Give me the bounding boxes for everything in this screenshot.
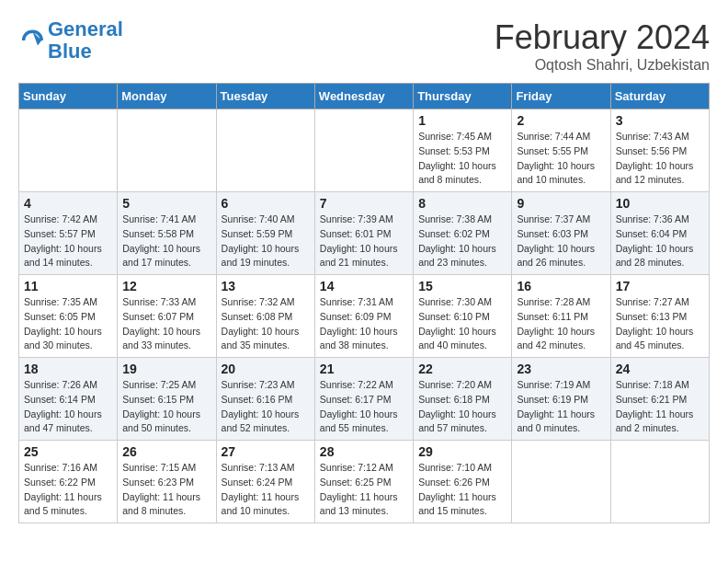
calendar-cell: 26Sunrise: 7:15 AMSunset: 6:23 PMDayligh… bbox=[118, 441, 216, 523]
day-info: Sunrise: 7:45 AMSunset: 5:53 PMDaylight:… bbox=[418, 130, 506, 188]
calendar-cell: 16Sunrise: 7:28 AMSunset: 6:11 PMDayligh… bbox=[512, 275, 610, 358]
day-info: Sunrise: 7:28 AMSunset: 6:11 PMDaylight:… bbox=[517, 295, 605, 353]
calendar-cell: 10Sunrise: 7:36 AMSunset: 6:04 PMDayligh… bbox=[610, 192, 709, 275]
calendar-cell bbox=[19, 109, 118, 192]
day-number: 19 bbox=[122, 362, 210, 376]
day-number: 7 bbox=[320, 196, 408, 211]
day-info: Sunrise: 7:25 AMSunset: 6:15 PMDaylight:… bbox=[122, 378, 210, 436]
calendar-week-row: 25Sunrise: 7:16 AMSunset: 6:22 PMDayligh… bbox=[19, 441, 710, 523]
page-subtitle: Oqtosh Shahri, Uzbekistan bbox=[495, 57, 710, 74]
calendar-week-row: 11Sunrise: 7:35 AMSunset: 6:05 PMDayligh… bbox=[19, 275, 710, 358]
calendar-header-row: SundayMondayTuesdayWednesdayThursdayFrid… bbox=[19, 84, 710, 109]
day-number: 11 bbox=[24, 279, 112, 293]
calendar-week-row: 1Sunrise: 7:45 AMSunset: 5:53 PMDaylight… bbox=[19, 109, 710, 192]
day-number: 10 bbox=[616, 196, 704, 211]
calendar-cell: 20Sunrise: 7:23 AMSunset: 6:16 PMDayligh… bbox=[216, 358, 314, 441]
calendar-cell: 5Sunrise: 7:41 AMSunset: 5:58 PMDaylight… bbox=[118, 192, 216, 275]
calendar-cell: 13Sunrise: 7:32 AMSunset: 6:08 PMDayligh… bbox=[216, 275, 314, 358]
calendar-cell: 17Sunrise: 7:27 AMSunset: 6:13 PMDayligh… bbox=[610, 275, 709, 358]
calendar-week-row: 18Sunrise: 7:26 AMSunset: 6:14 PMDayligh… bbox=[19, 358, 710, 441]
calendar-cell: 7Sunrise: 7:39 AMSunset: 6:01 PMDaylight… bbox=[314, 192, 413, 275]
day-info: Sunrise: 7:31 AMSunset: 6:09 PMDaylight:… bbox=[320, 295, 408, 353]
calendar-cell: 9Sunrise: 7:37 AMSunset: 6:03 PMDaylight… bbox=[512, 192, 610, 275]
day-number: 17 bbox=[616, 279, 704, 293]
day-info: Sunrise: 7:23 AMSunset: 6:16 PMDaylight:… bbox=[222, 378, 310, 436]
logo: GeneralBlue bbox=[18, 18, 123, 63]
calendar-body: 1Sunrise: 7:45 AMSunset: 5:53 PMDaylight… bbox=[19, 109, 710, 523]
day-number: 16 bbox=[517, 279, 605, 293]
day-info: Sunrise: 7:16 AMSunset: 6:22 PMDaylight:… bbox=[24, 461, 112, 519]
calendar-cell: 25Sunrise: 7:16 AMSunset: 6:22 PMDayligh… bbox=[19, 441, 118, 523]
calendar-cell: 22Sunrise: 7:20 AMSunset: 6:18 PMDayligh… bbox=[414, 358, 512, 441]
calendar-cell bbox=[512, 441, 610, 523]
calendar-cell: 28Sunrise: 7:12 AMSunset: 6:25 PMDayligh… bbox=[314, 441, 413, 523]
calendar-cell: 2Sunrise: 7:44 AMSunset: 5:55 PMDaylight… bbox=[512, 109, 610, 192]
day-info: Sunrise: 7:36 AMSunset: 6:04 PMDaylight:… bbox=[616, 213, 704, 270]
calendar-cell: 23Sunrise: 7:19 AMSunset: 6:19 PMDayligh… bbox=[512, 358, 610, 441]
day-info: Sunrise: 7:44 AMSunset: 5:55 PMDaylight:… bbox=[517, 130, 605, 188]
day-info: Sunrise: 7:22 AMSunset: 6:17 PMDaylight:… bbox=[320, 378, 408, 436]
calendar-cell: 8Sunrise: 7:38 AMSunset: 6:02 PMDaylight… bbox=[414, 192, 512, 275]
calendar-day-header: Tuesday bbox=[216, 84, 314, 109]
logo-text: GeneralBlue bbox=[48, 18, 123, 63]
day-number: 8 bbox=[418, 196, 506, 211]
calendar-week-row: 4Sunrise: 7:42 AMSunset: 5:57 PMDaylight… bbox=[19, 192, 710, 275]
day-number: 12 bbox=[122, 279, 210, 293]
day-number: 13 bbox=[222, 279, 310, 293]
calendar-cell: 15Sunrise: 7:30 AMSunset: 6:10 PMDayligh… bbox=[414, 275, 512, 358]
day-number: 1 bbox=[418, 113, 506, 128]
calendar-cell: 3Sunrise: 7:43 AMSunset: 5:56 PMDaylight… bbox=[610, 109, 709, 192]
day-info: Sunrise: 7:40 AMSunset: 5:59 PMDaylight:… bbox=[222, 213, 310, 270]
day-number: 9 bbox=[517, 196, 605, 211]
calendar-cell: 1Sunrise: 7:45 AMSunset: 5:53 PMDaylight… bbox=[414, 109, 512, 192]
calendar-day-header: Sunday bbox=[19, 84, 118, 109]
day-number: 4 bbox=[24, 196, 112, 211]
page-header: GeneralBlue February 2024 Oqtosh Shahri,… bbox=[18, 18, 710, 74]
logo-icon bbox=[18, 28, 44, 53]
day-number: 27 bbox=[222, 444, 310, 459]
calendar-cell: 6Sunrise: 7:40 AMSunset: 5:59 PMDaylight… bbox=[216, 192, 314, 275]
day-info: Sunrise: 7:32 AMSunset: 6:08 PMDaylight:… bbox=[222, 295, 310, 353]
calendar-cell: 27Sunrise: 7:13 AMSunset: 6:24 PMDayligh… bbox=[216, 441, 314, 523]
calendar-cell: 4Sunrise: 7:42 AMSunset: 5:57 PMDaylight… bbox=[19, 192, 118, 275]
calendar-cell bbox=[314, 109, 413, 192]
day-info: Sunrise: 7:10 AMSunset: 6:26 PMDaylight:… bbox=[418, 461, 506, 519]
day-info: Sunrise: 7:41 AMSunset: 5:58 PMDaylight:… bbox=[122, 213, 210, 270]
calendar-table: SundayMondayTuesdayWednesdayThursdayFrid… bbox=[18, 83, 710, 523]
day-number: 28 bbox=[320, 444, 408, 459]
title-block: February 2024 Oqtosh Shahri, Uzbekistan bbox=[495, 18, 710, 74]
day-number: 29 bbox=[418, 444, 506, 459]
day-info: Sunrise: 7:12 AMSunset: 6:25 PMDaylight:… bbox=[320, 461, 408, 519]
day-info: Sunrise: 7:39 AMSunset: 6:01 PMDaylight:… bbox=[320, 213, 408, 270]
day-number: 23 bbox=[517, 362, 605, 376]
day-info: Sunrise: 7:30 AMSunset: 6:10 PMDaylight:… bbox=[418, 295, 506, 353]
calendar-cell: 11Sunrise: 7:35 AMSunset: 6:05 PMDayligh… bbox=[19, 275, 118, 358]
calendar-cell: 12Sunrise: 7:33 AMSunset: 6:07 PMDayligh… bbox=[118, 275, 216, 358]
day-number: 15 bbox=[418, 279, 506, 293]
day-number: 21 bbox=[320, 362, 408, 376]
calendar-cell: 14Sunrise: 7:31 AMSunset: 6:09 PMDayligh… bbox=[314, 275, 413, 358]
page-title: February 2024 bbox=[495, 18, 710, 57]
day-info: Sunrise: 7:33 AMSunset: 6:07 PMDaylight:… bbox=[122, 295, 210, 353]
day-number: 18 bbox=[24, 362, 112, 376]
day-number: 2 bbox=[517, 113, 605, 128]
day-number: 22 bbox=[418, 362, 506, 376]
day-number: 6 bbox=[222, 196, 310, 211]
calendar-cell: 18Sunrise: 7:26 AMSunset: 6:14 PMDayligh… bbox=[19, 358, 118, 441]
day-info: Sunrise: 7:13 AMSunset: 6:24 PMDaylight:… bbox=[222, 461, 310, 519]
calendar-cell bbox=[610, 441, 709, 523]
day-number: 3 bbox=[616, 113, 704, 128]
day-info: Sunrise: 7:38 AMSunset: 6:02 PMDaylight:… bbox=[418, 213, 506, 270]
calendar-cell: 29Sunrise: 7:10 AMSunset: 6:26 PMDayligh… bbox=[414, 441, 512, 523]
day-number: 14 bbox=[320, 279, 408, 293]
day-info: Sunrise: 7:27 AMSunset: 6:13 PMDaylight:… bbox=[616, 295, 704, 353]
calendar-cell bbox=[216, 109, 314, 192]
day-number: 26 bbox=[122, 444, 210, 459]
calendar-cell: 19Sunrise: 7:25 AMSunset: 6:15 PMDayligh… bbox=[118, 358, 216, 441]
day-info: Sunrise: 7:20 AMSunset: 6:18 PMDaylight:… bbox=[418, 378, 506, 436]
day-info: Sunrise: 7:26 AMSunset: 6:14 PMDaylight:… bbox=[24, 378, 112, 436]
calendar-day-header: Wednesday bbox=[314, 84, 413, 109]
day-number: 5 bbox=[122, 196, 210, 211]
day-number: 24 bbox=[616, 362, 704, 376]
calendar-cell bbox=[118, 109, 216, 192]
